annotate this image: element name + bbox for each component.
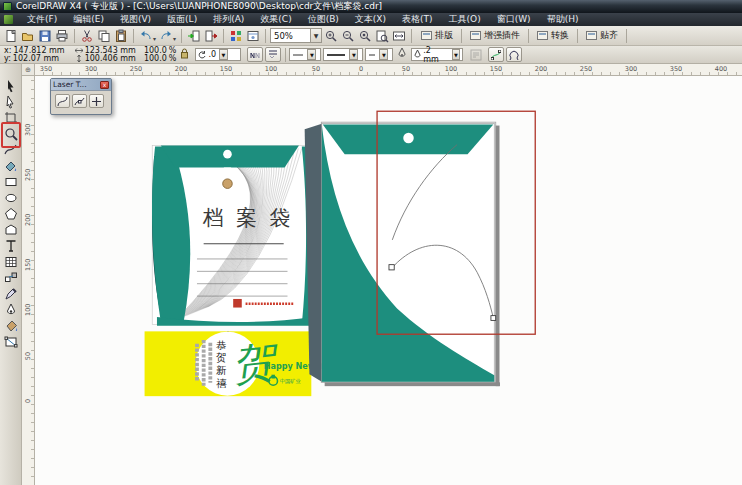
print-icon[interactable] xyxy=(54,28,70,44)
eyedropper-tool-icon[interactable] xyxy=(3,286,19,301)
paste-icon[interactable] xyxy=(113,28,129,44)
zoom-selected-icon[interactable] xyxy=(357,28,373,44)
welcome-screen-icon[interactable] xyxy=(245,28,261,44)
zoom-page-icon[interactable] xyxy=(374,28,390,44)
ruler-label: 350 xyxy=(670,65,682,73)
new-icon[interactable] xyxy=(3,28,19,44)
redo-icon[interactable] xyxy=(158,28,174,44)
table-tool-icon[interactable] xyxy=(3,254,19,269)
convert-to-curves-button[interactable] xyxy=(488,47,504,62)
interactive-fill-tool-icon[interactable] xyxy=(3,334,19,349)
copy-icon[interactable] xyxy=(96,28,112,44)
menu-item-10[interactable]: 窗口(W) xyxy=(489,13,539,25)
chevron-down-icon[interactable]: ▼ xyxy=(452,49,461,60)
vertical-ruler[interactable]: 300250200150100500 xyxy=(22,76,35,485)
object-height-field[interactable]: 100.406 mm xyxy=(85,55,136,63)
ruler-label: 50 xyxy=(312,65,320,73)
export-icon[interactable] xyxy=(203,28,219,44)
menu-item-0[interactable]: 文件(F) xyxy=(19,13,65,25)
menu-item-6[interactable]: 位图(B) xyxy=(300,13,347,25)
chevron-down-icon[interactable]: ▼ xyxy=(310,29,321,42)
envelope-title-text[interactable]: 档案袋 xyxy=(203,206,303,230)
scale-y-field[interactable]: 100.0 xyxy=(144,55,167,63)
y-position-field[interactable]: 102.07 mm xyxy=(13,55,59,63)
menu-item-11[interactable]: 帮助(H) xyxy=(539,13,587,25)
envelope-back-design[interactable] xyxy=(305,124,496,382)
end-arrowhead-combo[interactable]: ▼ xyxy=(365,48,393,61)
blend-tool-icon[interactable] xyxy=(3,270,19,285)
outline-width-combo[interactable]: .2 mm ▼ xyxy=(411,48,463,61)
fill-tool-icon[interactable] xyxy=(3,318,19,333)
menu-item-9[interactable]: 工具(O) xyxy=(441,13,489,25)
basic-shapes-tool-icon[interactable] xyxy=(3,222,19,237)
shape-tool-icon[interactable] xyxy=(3,94,19,109)
laser-toolbar-titlebar[interactable]: Laser T... x xyxy=(51,79,111,91)
pen-nib-icon xyxy=(414,50,421,59)
menu-item-5[interactable]: 效果(C) xyxy=(252,13,299,25)
horizontal-ruler[interactable]: 3503002502001501005005010015020025030035… xyxy=(35,64,742,76)
text-wrap-icon[interactable] xyxy=(468,47,484,63)
menu-item-7[interactable]: 文本(X) xyxy=(347,13,394,25)
text-tool-icon[interactable] xyxy=(3,238,19,253)
node-edit-icon[interactable] xyxy=(72,94,87,108)
app-launcher-icon[interactable] xyxy=(228,28,244,44)
toolbar-button-3[interactable]: 贴齐 xyxy=(581,28,623,44)
menu-item-1[interactable]: 编辑(E) xyxy=(65,13,112,25)
ruler-label: 200 xyxy=(535,65,547,73)
outline-width-value: .2 mm xyxy=(423,46,448,64)
curve-node-1[interactable] xyxy=(389,265,394,270)
rotate-icon xyxy=(198,51,206,59)
import-icon[interactable] xyxy=(186,28,202,44)
svg-text:新: 新 xyxy=(216,364,227,376)
save-icon[interactable] xyxy=(37,28,53,44)
chevron-down-icon[interactable]: ▼ xyxy=(379,49,388,60)
chevron-down-icon[interactable]: ▼ xyxy=(219,49,228,60)
line-end-icon xyxy=(368,52,376,58)
menu-item-8[interactable]: 表格(T) xyxy=(394,13,441,25)
rectangle-tool-icon[interactable] xyxy=(3,174,19,189)
pick-tool-icon[interactable] xyxy=(3,78,19,93)
zoom-in-icon[interactable] xyxy=(323,28,339,44)
rotation-angle-combo[interactable]: .0 ▼ xyxy=(195,48,241,61)
outline-pen-tool-icon[interactable] xyxy=(3,302,19,317)
curve-node-2[interactable] xyxy=(491,316,496,321)
menu-item-2[interactable]: 视图(V) xyxy=(112,13,159,25)
toolbar-button-2[interactable]: 转换 xyxy=(532,28,574,44)
mirror-vertical-button[interactable] xyxy=(265,47,281,62)
lock-ratio-icon[interactable] xyxy=(180,48,189,61)
zoom-level-combo[interactable]: 50% ▼ xyxy=(270,28,322,43)
toolbar-button-1[interactable]: 增强插件 xyxy=(465,28,525,44)
polygon-tool-icon[interactable] xyxy=(3,206,19,221)
close-icon[interactable]: x xyxy=(100,81,109,89)
start-arrowhead-combo[interactable]: ▼ xyxy=(289,48,321,61)
ruler-label: 100 xyxy=(24,306,32,316)
menu-item-3[interactable]: 版面(L) xyxy=(159,13,205,25)
separator xyxy=(133,29,134,43)
envelope-front-design[interactable]: 档案袋 xyxy=(152,146,313,326)
line-style-combo[interactable]: ▼ xyxy=(323,48,363,61)
laser-floating-toolbar[interactable]: Laser T... x xyxy=(50,78,112,115)
chevron-down-icon[interactable]: ▾ xyxy=(153,35,156,42)
menu-item-4[interactable]: 排列(A) xyxy=(205,13,252,25)
zoom-width-icon[interactable] xyxy=(391,28,407,44)
chevron-down-icon[interactable]: ▼ xyxy=(307,49,316,60)
artwork-layer[interactable]: 档案袋 xyxy=(35,76,742,485)
chevron-down-icon[interactable]: ▾ xyxy=(173,35,176,42)
undo-icon[interactable] xyxy=(138,28,154,44)
mirror-horizontal-button[interactable] xyxy=(247,47,263,62)
object-height-icon xyxy=(75,55,83,62)
zoom-out-icon[interactable] xyxy=(340,28,356,44)
outline-pen-icon[interactable] xyxy=(398,48,406,61)
ruler-origin[interactable]: ⊕ xyxy=(22,64,35,76)
drawing-canvas[interactable]: 档案袋 xyxy=(35,76,742,485)
add-node-icon[interactable] xyxy=(89,94,104,108)
smart-fill-tool-icon[interactable] xyxy=(3,158,19,173)
open-icon[interactable] xyxy=(20,28,36,44)
chevron-down-icon[interactable]: ▼ xyxy=(349,49,358,60)
separator xyxy=(285,48,286,62)
ellipse-tool-icon[interactable] xyxy=(3,190,19,205)
cut-icon[interactable] xyxy=(79,28,95,44)
toolbar-button-0[interactable]: 排版 xyxy=(416,28,458,44)
open-curve-button[interactable] xyxy=(506,47,522,62)
bezier-curve-icon[interactable] xyxy=(55,94,70,108)
